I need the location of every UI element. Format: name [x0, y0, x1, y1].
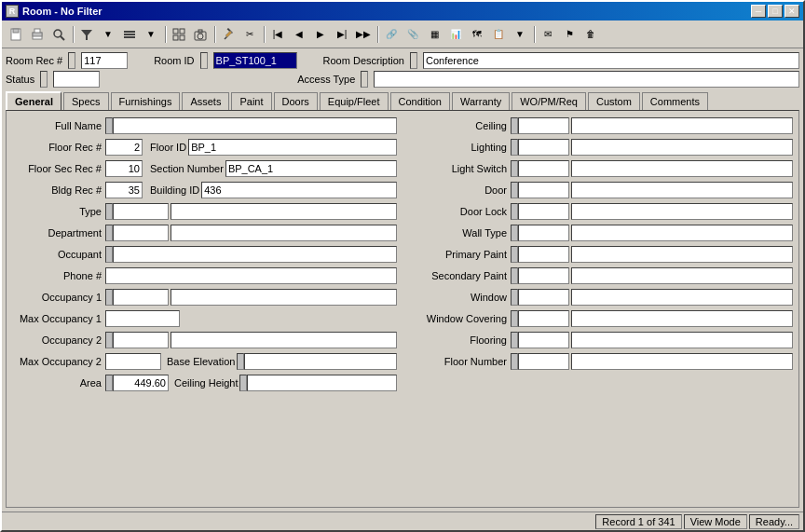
- dropdown2-button[interactable]: ▼: [510, 24, 530, 45]
- wall-type-desc-input[interactable]: [571, 225, 793, 241]
- grid-button[interactable]: [169, 24, 189, 45]
- ceiling-desc-input[interactable]: [571, 117, 793, 134]
- chart-button[interactable]: 📊: [445, 24, 466, 45]
- phone-input[interactable]: [105, 267, 397, 284]
- floor-number-code-input[interactable]: [518, 353, 569, 370]
- maximize-button[interactable]: □: [768, 5, 783, 18]
- building-id-input[interactable]: [201, 182, 397, 198]
- secondary-paint-desc-input[interactable]: [571, 267, 793, 284]
- bldg-rec-input[interactable]: [105, 182, 143, 198]
- room-desc-input[interactable]: [423, 52, 799, 69]
- department-label: Department: [12, 227, 105, 239]
- lighting-desc-input[interactable]: [571, 139, 793, 156]
- print-button[interactable]: [27, 24, 48, 45]
- base-elev-label: Base Elevation: [167, 356, 235, 367]
- room-rec-input[interactable]: [81, 52, 128, 69]
- occupancy2-desc-input[interactable]: [171, 332, 397, 348]
- tab-assets[interactable]: Assets: [182, 92, 229, 110]
- flooring-code-input[interactable]: [518, 332, 569, 348]
- dept-code-input[interactable]: [113, 225, 169, 241]
- email-button[interactable]: ✉: [538, 24, 558, 45]
- floor-number-desc-input[interactable]: [571, 353, 793, 370]
- door-code-input[interactable]: [518, 182, 569, 198]
- prev-button[interactable]: ◀: [289, 24, 309, 45]
- floor-rec-input[interactable]: [105, 139, 143, 156]
- toolbar-group-6: ✉ ⚑ 🗑: [538, 24, 601, 45]
- tab-specs[interactable]: Specs: [63, 92, 109, 110]
- grid2-button[interactable]: ▦: [424, 24, 444, 45]
- view-button[interactable]: [119, 24, 140, 45]
- light-switch-code-input[interactable]: [518, 160, 569, 177]
- window-covering-code-input[interactable]: [518, 310, 569, 327]
- close-button[interactable]: ✕: [785, 5, 799, 18]
- secondary-paint-code-input[interactable]: [518, 267, 569, 284]
- link-button[interactable]: 🔗: [381, 24, 402, 45]
- new-button[interactable]: [6, 24, 26, 45]
- status-input[interactable]: [53, 71, 100, 88]
- main-window: R Room - No Filter ─ □ ✕ ▼: [0, 0, 805, 532]
- report-button[interactable]: 📋: [488, 24, 509, 45]
- door-lock-code-input[interactable]: [518, 203, 569, 220]
- max-occ2-input[interactable]: [105, 353, 161, 370]
- occupancy1-desc-input[interactable]: [171, 289, 397, 306]
- occupant-input[interactable]: [113, 246, 397, 263]
- tab-warranty[interactable]: Warranty: [452, 92, 510, 110]
- area-input[interactable]: [113, 375, 169, 391]
- tab-comments[interactable]: Comments: [642, 92, 708, 110]
- filter-drop-button[interactable]: ▼: [98, 24, 118, 45]
- lighting-code-input[interactable]: [518, 139, 569, 156]
- door-desc-input[interactable]: [571, 182, 793, 198]
- type-code-input[interactable]: [113, 203, 169, 220]
- wall-type-code-input[interactable]: [518, 225, 569, 241]
- primary-paint-desc-input[interactable]: [571, 246, 793, 263]
- flag-button[interactable]: ⚑: [559, 24, 580, 45]
- window-desc-input[interactable]: [571, 289, 793, 306]
- map-button[interactable]: 🗺: [467, 24, 487, 45]
- dept-desc-input[interactable]: [171, 225, 397, 241]
- delete-button[interactable]: 🗑: [580, 24, 601, 45]
- base-elev-input[interactable]: [244, 353, 397, 370]
- light-switch-desc-input[interactable]: [571, 160, 793, 177]
- access-type-input[interactable]: [374, 71, 799, 88]
- occupancy2-code-input[interactable]: [113, 332, 169, 348]
- camera-button[interactable]: [190, 24, 211, 45]
- edit-button[interactable]: [218, 24, 239, 45]
- sep4: [261, 24, 266, 45]
- first-button[interactable]: |◀: [267, 24, 288, 45]
- next-button[interactable]: ▶: [310, 24, 331, 45]
- tab-condition[interactable]: Condition: [390, 92, 450, 110]
- flooring-desc-input[interactable]: [571, 332, 793, 348]
- last-button[interactable]: ▶|: [332, 24, 352, 45]
- tab-furnishings[interactable]: Furnishings: [111, 92, 181, 110]
- occupancy1-code-input[interactable]: [113, 289, 169, 306]
- tab-paint[interactable]: Paint: [231, 92, 271, 110]
- cut-button[interactable]: ✂: [239, 24, 260, 45]
- search-button[interactable]: [48, 24, 69, 45]
- tab-general[interactable]: General: [6, 91, 61, 110]
- window-covering-desc-input[interactable]: [571, 310, 793, 327]
- left-column: Full Name Floor Rec # Floor ID: [12, 116, 397, 501]
- sep5: [375, 24, 380, 45]
- minimize-button[interactable]: ─: [751, 5, 766, 18]
- attach-button[interactable]: 📎: [402, 24, 423, 45]
- room-id-input[interactable]: [213, 52, 297, 69]
- tab-custom[interactable]: Custom: [588, 92, 640, 110]
- window-indicator: [511, 289, 518, 306]
- filter-button[interactable]: [76, 24, 97, 45]
- section-number-input[interactable]: [225, 160, 397, 177]
- tab-equip-fleet[interactable]: Equip/Fleet: [320, 92, 389, 110]
- view-drop-button[interactable]: ▼: [141, 24, 161, 45]
- floor-sec-input[interactable]: [105, 160, 143, 177]
- full-name-input[interactable]: [113, 117, 397, 134]
- primary-paint-code-input[interactable]: [518, 246, 569, 263]
- jump-button[interactable]: ▶▶: [353, 24, 374, 45]
- ceiling-height-input[interactable]: [247, 375, 397, 391]
- max-occ1-input[interactable]: [105, 310, 180, 327]
- tab-doors[interactable]: Doors: [274, 92, 318, 110]
- type-desc-input[interactable]: [171, 203, 397, 220]
- ceiling-code-input[interactable]: [518, 117, 569, 134]
- window-code-input[interactable]: [518, 289, 569, 306]
- tab-wo-pm-req[interactable]: WO/PM/Req: [512, 92, 586, 110]
- floor-id-input[interactable]: [188, 139, 397, 156]
- door-lock-desc-input[interactable]: [571, 203, 793, 220]
